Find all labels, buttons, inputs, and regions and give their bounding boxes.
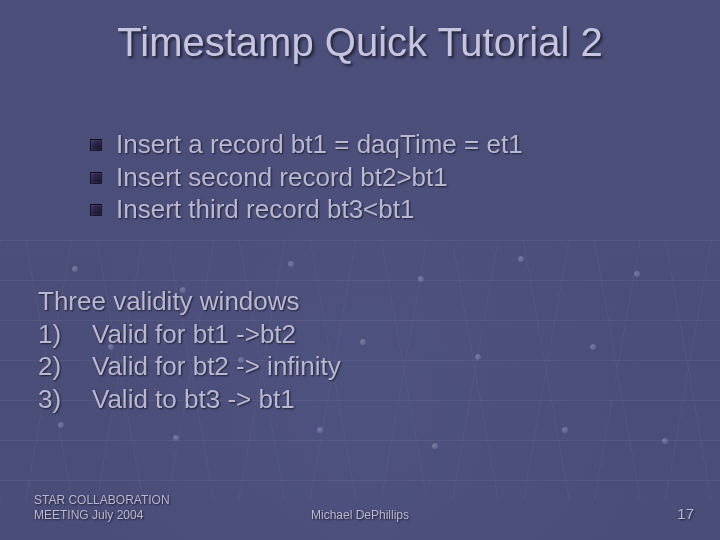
numbered-section: Three validity windows 1) Valid for bt1 …	[38, 285, 680, 415]
footer-left-line1: STAR COLLABORATION	[34, 493, 170, 507]
item-text: Valid to bt3 -> bt1	[92, 383, 295, 416]
footer-author: Michael DePhillips	[0, 508, 720, 522]
item-number: 3)	[38, 383, 92, 416]
list-item: 1) Valid for bt1 ->bt2	[38, 318, 680, 351]
bullet-text: Insert second record bt2>bt1	[116, 161, 448, 194]
list-item: Insert second record bt2>bt1	[90, 161, 680, 194]
bullet-icon	[90, 172, 102, 184]
bullet-text: Insert a record bt1 = daqTime = et1	[116, 128, 523, 161]
list-item: 3) Valid to bt3 -> bt1	[38, 383, 680, 416]
list-item: Insert a record bt1 = daqTime = et1	[90, 128, 680, 161]
bullet-icon	[90, 139, 102, 151]
list-item: 2) Valid for bt2 -> infinity	[38, 350, 680, 383]
bullet-text: Insert third record bt3<bt1	[116, 193, 414, 226]
slide: Timestamp Quick Tutorial 2 Insert a reco…	[0, 0, 720, 540]
item-number: 1)	[38, 318, 92, 351]
list-item: Insert third record bt3<bt1	[90, 193, 680, 226]
item-text: Valid for bt1 ->bt2	[92, 318, 296, 351]
slide-title: Timestamp Quick Tutorial 2	[0, 20, 720, 65]
bullet-list: Insert a record bt1 = daqTime = et1 Inse…	[90, 128, 680, 226]
page-number: 17	[677, 505, 694, 522]
bullet-icon	[90, 204, 102, 216]
item-number: 2)	[38, 350, 92, 383]
section-heading: Three validity windows	[38, 285, 680, 318]
item-text: Valid for bt2 -> infinity	[92, 350, 341, 383]
